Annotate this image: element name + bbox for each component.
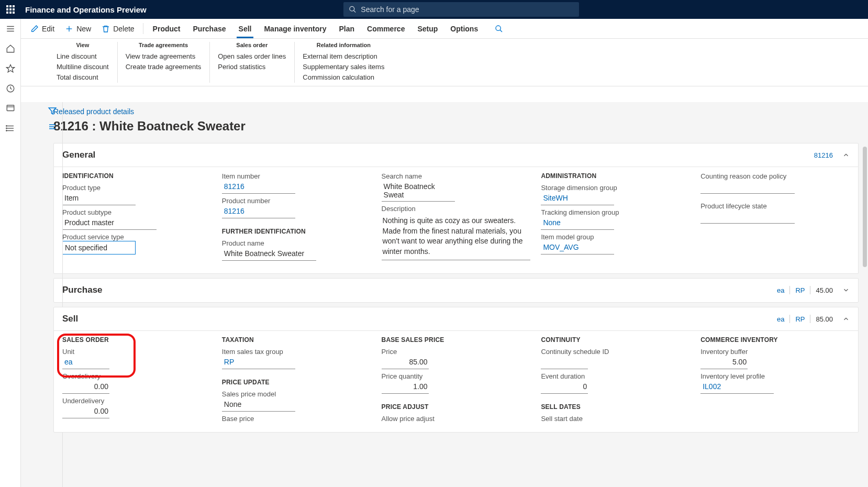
edit-button[interactable]: Edit [25,19,60,38]
recent-icon[interactable] [0,79,21,86]
ribbon-group-related: Related information External item descri… [294,42,393,83]
ribbon-commission[interactable]: Commission calculation [303,72,384,83]
tab-product[interactable]: Product [147,19,187,38]
search-icon [349,5,357,14]
ribbon-multiline-discount[interactable]: Multiline discount [57,62,109,72]
svg-point-17 [496,26,500,30]
svg-marker-5 [6,65,14,72]
favorites-icon[interactable] [0,59,21,79]
find-button[interactable] [489,19,511,38]
app-title: Finance and Operations Preview [25,5,147,14]
command-bar: Edit New Delete Product Purchase Sell Ma… [21,19,868,39]
left-nav-rail [0,19,21,86]
ribbon-supp-sales[interactable]: Supplementary sales items [303,62,384,72]
ribbon: View Line discount Multiline discount To… [21,39,868,86]
ribbon-title-related: Related information [303,42,384,48]
ribbon-title-salesorder: Sales order [218,42,286,48]
tab-sell[interactable]: Sell [232,19,258,38]
ribbon-title-trade: Trade agreements [126,42,202,48]
ribbon-open-so-lines[interactable]: Open sales order lines [218,51,286,62]
ribbon-total-discount[interactable]: Total discount [57,72,109,83]
ribbon-group-sales-order: Sales order Open sales order lines Perio… [209,42,294,83]
ribbon-create-trade[interactable]: Create trade agreements [126,62,202,72]
ribbon-view-trade[interactable]: View trade agreements [126,51,202,62]
tab-setup[interactable]: Setup [411,19,444,38]
ribbon-title-view: View [57,42,109,48]
waffle-icon[interactable] [6,5,15,14]
search-input[interactable] [361,5,574,14]
tab-options[interactable]: Options [444,19,484,38]
ribbon-group-view: View Line discount Multiline discount To… [48,42,117,83]
tab-purchase[interactable]: Purchase [187,19,232,38]
ribbon-line-discount[interactable]: Line discount [57,51,109,62]
new-button[interactable]: New [60,19,96,38]
ribbon-group-trade: Trade agreements View trade agreements C… [117,42,210,83]
ribbon-ext-item-desc[interactable]: External item description [303,51,384,62]
tab-commerce[interactable]: Commerce [361,19,411,38]
tab-manage-inventory[interactable]: Manage inventory [258,19,332,38]
ribbon-period-stats[interactable]: Period statistics [218,62,286,72]
svg-line-18 [500,30,502,32]
tab-plan[interactable]: Plan [332,19,361,38]
hamburger-icon[interactable] [0,19,21,39]
home-icon[interactable] [0,39,21,59]
global-search[interactable] [343,2,579,17]
svg-line-1 [354,10,356,13]
svg-point-6 [7,85,14,86]
delete-button[interactable]: Delete [96,19,139,38]
svg-point-0 [350,6,354,11]
top-bar: Finance and Operations Preview [0,0,868,19]
